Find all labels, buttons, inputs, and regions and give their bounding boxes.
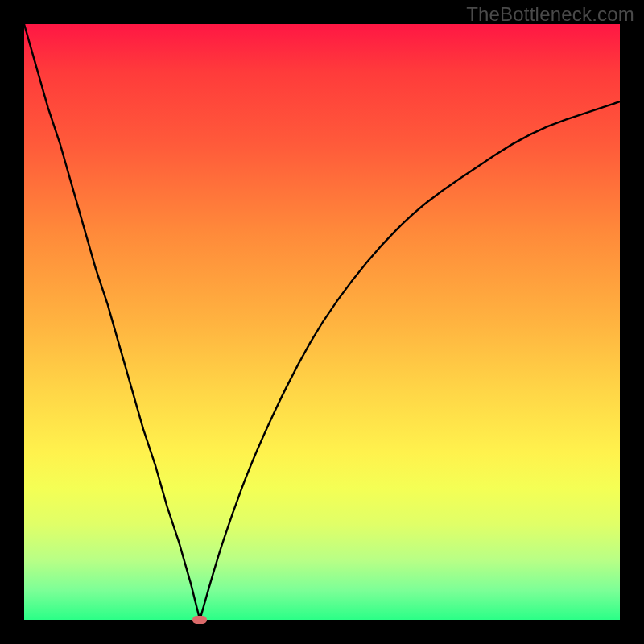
plot-area xyxy=(24,24,620,620)
watermark-text: TheBottleneck.com xyxy=(466,3,634,26)
curve-layer xyxy=(24,24,620,620)
chart-frame: TheBottleneck.com xyxy=(0,0,644,644)
bottleneck-curve-right xyxy=(200,101,620,620)
bottleneck-curve-left xyxy=(24,24,200,620)
minimum-marker xyxy=(192,616,207,624)
